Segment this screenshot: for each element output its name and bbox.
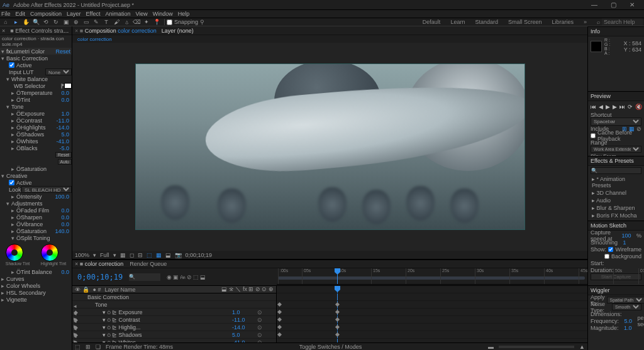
effects-preset-item[interactable]: ▸ Boris FX Mocha — [591, 212, 641, 219]
timecode[interactable]: 0;00;10;19 — [75, 271, 125, 283]
tone-reset-button[interactable]: Reset — [55, 152, 72, 158]
last-frame-icon[interactable]: ⏭ — [619, 104, 625, 110]
resolution-dropdown[interactable]: Full — [100, 252, 109, 258]
timeline-comp-tab[interactable]: color correction — [85, 261, 124, 267]
home-icon[interactable]: ⌂ — [1, 18, 10, 26]
tl-tool-1-icon[interactable]: ◉ — [167, 274, 172, 280]
eraser-tool-icon[interactable]: ⌫ — [132, 18, 141, 26]
vignette-section[interactable]: Vignette — [6, 297, 27, 303]
creative-active-checkbox[interactable] — [9, 180, 14, 185]
shadows-value[interactable]: 5.0 — [61, 131, 69, 138]
puppet-tool-icon[interactable]: 📍 — [152, 18, 161, 26]
capture-speed-value[interactable]: 100 — [621, 232, 631, 239]
keyframe-diamond[interactable] — [335, 310, 340, 314]
timeline-search[interactable] — [129, 273, 160, 281]
menu-file[interactable]: File — [1, 11, 11, 17]
timeline-zoom-slider[interactable] — [499, 346, 574, 348]
source-name-header[interactable]: Layer Name — [104, 287, 218, 293]
menu-view[interactable]: View — [135, 11, 147, 17]
highlights-value[interactable]: -14.0 — [56, 124, 69, 131]
close-button[interactable]: ✕ — [623, 1, 641, 8]
background-checkbox[interactable] — [604, 254, 609, 259]
timeline-value[interactable]: -14.0 — [232, 324, 257, 331]
shadow-tint-wheel[interactable] — [6, 244, 23, 261]
playhead[interactable] — [337, 268, 338, 284]
tl-tool-5-icon[interactable]: ⬚ — [193, 274, 199, 280]
menu-composition[interactable]: Composition — [30, 11, 62, 17]
timeline-track[interactable] — [277, 286, 587, 293]
shape-tool-icon[interactable]: ▭ — [82, 18, 91, 26]
effects-preset-item[interactable]: ▸ Audio — [591, 197, 641, 204]
search-input[interactable] — [602, 18, 643, 26]
mute-icon[interactable]: 🔇 — [635, 104, 642, 110]
region-icon[interactable]: ⬚ — [147, 252, 152, 258]
keyframe-diamond[interactable] — [277, 317, 282, 322]
pan-behind-tool-icon[interactable]: ⊕ — [72, 18, 80, 26]
keyframe-diamond[interactable] — [335, 302, 340, 307]
workspace-libraries[interactable]: Libraries — [552, 19, 574, 25]
roto-tool-icon[interactable]: ✦ — [142, 18, 151, 26]
whites-value[interactable]: -41.0 — [56, 138, 69, 145]
hsl-secondary-section[interactable]: HSL Secondary — [6, 290, 46, 296]
next-frame-icon[interactable]: ▶ — [613, 104, 617, 110]
effects-presets-header[interactable]: Effects & Presets — [588, 156, 644, 166]
tone-auto-button[interactable]: Auto — [58, 159, 72, 165]
prev-frame-icon[interactable]: ◀ — [599, 104, 603, 110]
timeline-value[interactable]: -11.0 — [232, 317, 257, 323]
basic-correction[interactable]: Basic Correction — [6, 55, 48, 62]
fadedfilm-value[interactable]: 0.0 — [61, 207, 69, 214]
hand-tool-icon[interactable]: ✋ — [21, 18, 30, 26]
sharpen-value[interactable]: 0.0 — [61, 214, 69, 221]
effects-search-input[interactable] — [591, 167, 641, 174]
tl-tool-3-icon[interactable]: 🗛 — [180, 274, 186, 280]
keyframe-diamond[interactable] — [335, 325, 340, 329]
pen-tool-icon[interactable]: ✎ — [92, 18, 101, 26]
av-col-icon[interactable]: 👁 🔒 — [75, 287, 89, 293]
type-tool-icon[interactable]: T — [102, 18, 111, 26]
current-time[interactable]: 0;00;10;19 — [186, 252, 213, 258]
wb-swatch[interactable] — [64, 83, 72, 89]
timeline-row[interactable]: ◂ ◆ ▸▾ Ö⊵ Shadows5.0⊙ — [72, 331, 276, 339]
menu-effect[interactable]: Effect — [86, 11, 101, 17]
work-area-bar[interactable] — [278, 276, 585, 280]
contrast-value[interactable]: -11.0 — [56, 118, 69, 124]
blacks-value[interactable]: -5.0 — [59, 145, 69, 151]
rotate-tool-icon[interactable]: ↻ — [52, 18, 60, 26]
magnitude-value[interactable]: 1.0 — [624, 325, 632, 331]
timeline-row[interactable]: Basic Correction — [72, 293, 276, 301]
wireframe-checkbox[interactable] — [608, 247, 613, 252]
selection-tool-icon[interactable]: ▸ — [11, 18, 20, 26]
tl-tool-6-icon[interactable]: ⬓ — [200, 274, 206, 280]
workspace-default[interactable]: Default — [423, 19, 441, 25]
preview-panel-header[interactable]: Preview — [588, 91, 644, 101]
info-panel-header[interactable]: Info — [588, 26, 644, 36]
zoom-dropdown[interactable]: 100% — [75, 252, 89, 258]
orbit-tool-icon[interactable]: ⟲ — [42, 18, 50, 26]
camera-tool-icon[interactable]: ▣ — [62, 18, 70, 26]
play-icon[interactable]: ▶ — [606, 104, 610, 110]
highlight-tint-wheel[interactable] — [41, 244, 58, 261]
cache-before-checkbox[interactable] — [591, 133, 596, 138]
menu-window[interactable]: Window — [153, 11, 173, 17]
exposure-value[interactable]: 1.0 — [61, 111, 69, 117]
mask-icon[interactable]: ◻ — [130, 252, 134, 258]
timeline-row[interactable]: ◂ ◆ ▸▾ Ö⊵ Exposure1.0⊙ — [72, 309, 276, 316]
zoom-slider-in-icon[interactable]: ▲ — [579, 344, 585, 350]
look-select[interactable]: SL BLEACH HD — [21, 186, 72, 193]
tl-tool-2-icon[interactable]: ▣ — [173, 274, 179, 280]
snapshot-icon[interactable]: 📷 — [175, 252, 182, 258]
switches-header[interactable]: ⬓ ※ ＼ fx ⊞ ⊘ ⊙ ⊕ — [221, 285, 274, 293]
menu-edit[interactable]: Edit — [16, 11, 26, 17]
timeline-track[interactable] — [277, 316, 587, 324]
layer-tab[interactable]: × ■ Composition color correction — [75, 28, 157, 34]
clone-tool-icon[interactable]: ⍙ — [122, 18, 131, 26]
keyframe-diamond[interactable] — [277, 302, 282, 307]
effects-preset-item[interactable]: ▸ 3D Channel — [591, 189, 641, 197]
toggle-switches-modes[interactable]: Toggle Switches / Modes — [299, 344, 362, 350]
minimize-button[interactable]: — — [585, 1, 604, 8]
smoothing-value[interactable]: 1 — [623, 239, 626, 246]
render-queue-tab[interactable]: Render Queue — [130, 261, 167, 267]
input-lut-select[interactable]: None — [45, 68, 72, 75]
color-wheels-section[interactable]: Color Wheels — [6, 283, 40, 289]
creative-section[interactable]: Creative — [6, 173, 28, 179]
